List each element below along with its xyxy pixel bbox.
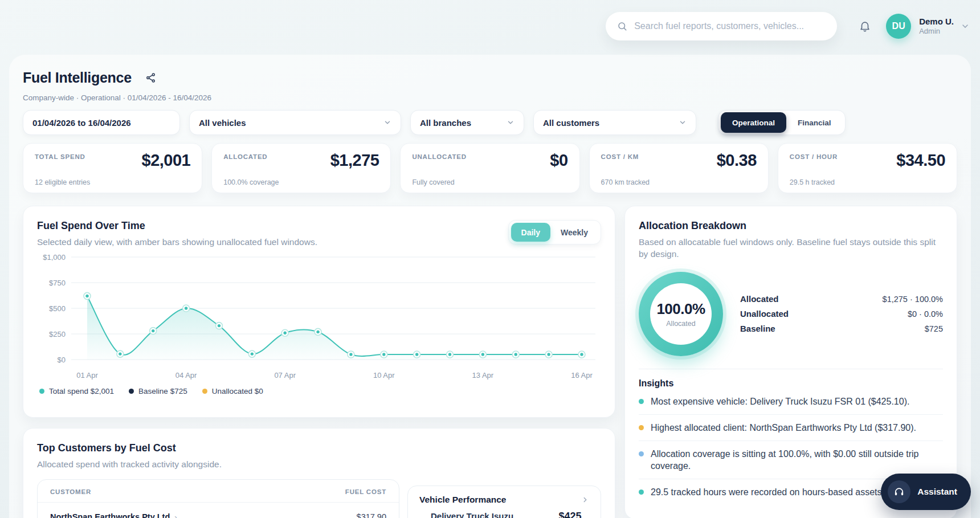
allocation-subtitle: Based on allocatable fuel windows only. … (639, 236, 943, 260)
kpi-value: $0 (550, 151, 567, 170)
insight-text: Most expensive vehicle: Delivery Truck I… (651, 395, 909, 407)
insight-item: Highest allocated client: NorthSpan Eart… (639, 414, 943, 440)
customer-name: NorthSpan Earthworks Pty Ltd (50, 512, 170, 518)
allocation-breakdown-card: Allocation Breakdown Based on allocatabl… (624, 206, 957, 518)
chart-subtitle: Selected daily view, with amber bars sho… (37, 236, 317, 248)
assistant-button[interactable]: Assistant (881, 474, 971, 510)
insights-title: Insights (639, 378, 943, 389)
customers-value: All customers (543, 118, 599, 128)
kpi-label: COST / KM (601, 151, 639, 160)
alloc-label: Unallocated (740, 309, 789, 319)
kpi-cost-per-km: COST / KM$0.38 670 km tracked (589, 143, 769, 193)
user-info: Demo U. Admin (919, 17, 954, 36)
insight-item: Most expensive vehicle: Delivery Truck I… (639, 389, 943, 414)
kpi-label: TOTAL SPEND (35, 151, 85, 160)
vehicle-cost: $425 (559, 511, 589, 518)
donut-label: Allocated (666, 320, 695, 328)
share-icon[interactable] (145, 72, 156, 83)
vehicle-name: Delivery Truck Isuzu FSR 01 (431, 511, 529, 518)
main-panel: Fuel Intelligence Company-wide · Operati… (9, 55, 971, 518)
page-subtitle: Company-wide · Operational · 01/04/2026 … (23, 93, 957, 102)
kpi-label: ALLOCATED (223, 151, 267, 160)
vehicle-performance-card: Vehicle Performance Delivery Truck Isuzu… (407, 486, 601, 518)
svg-text:$250: $250 (49, 330, 66, 338)
insight-text: Allocation coverage is sitting at 100.0%… (651, 448, 943, 472)
kpi-unallocated: UNALLOCATED$0 Fully covered (400, 143, 579, 193)
range-toggle: Daily Weekly (508, 220, 601, 244)
alloc-value: $0 · 0.0% (908, 309, 943, 319)
kpi-label: COST / HOUR (790, 151, 838, 160)
search-input[interactable] (634, 21, 826, 31)
svg-text:$750: $750 (49, 279, 66, 287)
daily-button[interactable]: Daily (511, 223, 550, 242)
user-menu-chevron-icon[interactable] (961, 22, 970, 31)
kpi-footer: 670 km tracked (601, 178, 757, 186)
topbar: DU Demo U. Admin (0, 0, 980, 52)
chevron-down-icon (507, 119, 514, 127)
kpi-footer: 100.0% coverage (223, 178, 379, 186)
insight-dot-icon (639, 451, 644, 456)
chevron-right-icon[interactable] (581, 496, 589, 504)
allocation-row-unallocated: Unallocated $0 · 0.0% (740, 309, 943, 319)
bell-icon (859, 20, 871, 32)
kpi-value: $2,001 (142, 151, 191, 170)
allocation-title: Allocation Breakdown (639, 220, 943, 232)
headset-icon (888, 480, 910, 503)
kpi-row: TOTAL SPEND$2,001 12 eligible entries AL… (23, 143, 957, 193)
insight-dot-icon (639, 490, 644, 495)
vehicles-select[interactable]: All vehicles (189, 110, 401, 135)
avatar[interactable]: DU (886, 14, 911, 39)
kpi-allocated: ALLOCATED$1,275 100.0% coverage (211, 143, 391, 193)
kpi-footer: 29.5 h tracked (790, 178, 945, 186)
alloc-value: $1,275 · 100.0% (883, 295, 943, 304)
chevron-down-icon (383, 119, 391, 127)
kpi-value: $34.50 (896, 151, 945, 170)
allocation-donut: 100.0% Allocated (639, 272, 723, 356)
allocation-row-allocated: Allocated $1,275 · 100.0% (740, 294, 943, 304)
search-icon (617, 21, 627, 31)
kpi-footer: Fully covered (412, 178, 567, 186)
branches-value: All branches (420, 118, 471, 128)
svg-text:01 Apr: 01 Apr (76, 371, 98, 380)
kpi-cost-per-hour: COST / HOUR$34.50 29.5 h tracked (778, 143, 957, 193)
alloc-label: Allocated (740, 294, 779, 304)
vehicles-value: All vehicles (199, 118, 246, 128)
global-search[interactable] (606, 12, 837, 40)
kpi-label: UNALLOCATED (412, 151, 466, 160)
alloc-label: Baseline (740, 324, 775, 333)
customer-fuel-cost: $317.90 (357, 512, 386, 518)
svg-text:04 Apr: 04 Apr (175, 371, 197, 380)
top-customers-card: Top Customers by Fuel Cost Allocated spe… (23, 428, 615, 518)
svg-text:07 Apr: 07 Apr (274, 371, 296, 380)
customers-subtitle: Allocated spend with tracked activity al… (37, 458, 601, 470)
kpi-total-spend: TOTAL SPEND$2,001 12 eligible entries (23, 143, 202, 193)
notifications-button[interactable] (859, 20, 871, 32)
branches-select[interactable]: All branches (410, 110, 524, 135)
user-name: Demo U. (919, 17, 954, 27)
customers-title: Top Customers by Fuel Cost (37, 442, 601, 454)
mode-operational-button[interactable]: Operational (721, 112, 786, 133)
svg-text:$500: $500 (49, 304, 66, 313)
chart-legend: Total spend $2,001Baseline $725Unallocat… (37, 387, 601, 395)
weekly-button[interactable]: Weekly (550, 223, 598, 242)
chevron-down-icon (679, 119, 687, 127)
customers-select[interactable]: All customers (533, 110, 696, 135)
svg-text:$1,000: $1,000 (43, 253, 66, 262)
table-row[interactable]: NorthSpan Earthworks Pty Ltd › $317.90 (38, 503, 399, 518)
svg-text:13 Apr: 13 Apr (472, 371, 494, 380)
mode-financial-button[interactable]: Financial (786, 112, 843, 133)
kpi-footer: 12 eligible entries (35, 178, 190, 186)
date-range-input[interactable]: 01/04/2026 to 16/04/2026 (23, 110, 180, 135)
fuel-spend-card: Fuel Spend Over Time Selected daily view… (23, 206, 615, 418)
svg-text:16 Apr: 16 Apr (571, 371, 593, 380)
insight-dot-icon (639, 399, 644, 404)
legend-item: Unallocated $0 (202, 387, 263, 395)
col-customer: CUSTOMER (50, 488, 91, 495)
date-range-value: 01/04/2026 to 16/04/2026 (32, 118, 131, 128)
vehicle-row[interactable]: Delivery Truck Isuzu FSR 01 $425 $0.51/k… (419, 511, 589, 518)
chart-title: Fuel Spend Over Time (37, 220, 317, 232)
page-title: Fuel Intelligence (23, 70, 132, 86)
donut-percent: 100.0% (656, 300, 705, 318)
legend-item: Baseline $725 (129, 387, 187, 395)
svg-text:10 Apr: 10 Apr (373, 371, 395, 380)
